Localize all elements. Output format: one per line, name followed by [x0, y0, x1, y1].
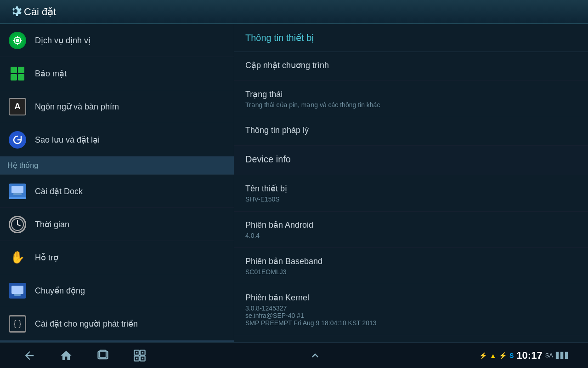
security-label: Bảo mật — [35, 69, 67, 79]
developer-label: Cài đặt cho người phát triển — [35, 319, 138, 329]
battery-icon: ⚡ — [499, 352, 507, 359]
svg-point-0 — [16, 39, 19, 42]
field-build-number: Số hiệu bản tạo — [234, 335, 588, 342]
language-label: Ngôn ngữ và bàn phím — [35, 102, 119, 112]
dock-label: Cài đặt Dock — [35, 186, 83, 196]
baseband-version-label: Phiên bản Baseband — [245, 256, 577, 266]
signal-icon: ▋▋▋ — [556, 352, 570, 359]
svg-rect-23 — [142, 351, 144, 353]
help-icon: ✋ — [7, 247, 28, 268]
motion-label: Chuyển động — [35, 286, 85, 296]
device-name-label: Tên thiết bị — [245, 184, 577, 194]
usb-icon: ⚡ — [479, 352, 487, 359]
location-icon — [7, 30, 28, 51]
time-label: Thời gian — [35, 219, 69, 230]
android-version-value: 4.0.4 — [245, 232, 577, 239]
settings-gear-icon — [7, 3, 24, 21]
device-info-section-header: Thông tin thiết bị — [234, 24, 588, 52]
help-label: Hỗ trợ — [35, 253, 58, 263]
svg-rect-16 — [14, 294, 21, 296]
sidebar-item-developer[interactable]: { } Cài đặt cho người phát triển — [0, 307, 234, 340]
svg-rect-22 — [136, 351, 138, 353]
baseband-version-value: SC01EOMLJ3 — [245, 268, 577, 276]
ampm-display: SA — [545, 352, 553, 359]
status-subtitle: Trạng thái của pin, mạng và các thông ti… — [245, 101, 577, 109]
time-display: 10:17 — [516, 350, 542, 362]
svg-rect-9 — [18, 74, 24, 80]
home-button[interactable] — [55, 345, 77, 367]
svg-rect-15 — [11, 286, 23, 294]
svg-rect-6 — [11, 67, 17, 73]
sidebar-item-deviceinfo[interactable]: i Thông tin thiết bị — [0, 340, 234, 342]
language-icon: A — [7, 97, 28, 117]
sidebar: Dịch vụ định vị Bảo mật A Ng — [0, 24, 234, 342]
sidebar-item-security[interactable]: Bảo mật — [0, 57, 234, 90]
top-bar: Cài đặt — [0, 0, 588, 24]
bottom-bar: ⚡ ▲ ⚡ S 10:17 SA ▋▋▋ — [0, 342, 588, 368]
motion-icon — [7, 281, 28, 301]
svg-rect-7 — [18, 67, 24, 73]
kernel-version-value: 3.0.8-1245327 se.infra@SEP-40 #1 SMP PRE… — [245, 305, 577, 327]
skype-icon: S — [509, 352, 514, 359]
warning-icon: ▲ — [490, 352, 496, 359]
device-info-label: Device info — [245, 154, 577, 165]
backup-label: Sao lưu và đặt lại — [35, 135, 100, 145]
chevron-up-button[interactable] — [304, 345, 326, 367]
dock-icon — [7, 181, 28, 201]
recents-button[interactable] — [92, 345, 114, 367]
field-kernel-version: Phiên bản Kernel 3.0.8-1245327 se.infra@… — [234, 284, 588, 335]
sidebar-item-motion[interactable]: Chuyển động — [0, 274, 234, 307]
sidebar-item-language[interactable]: A Ngôn ngữ và bàn phím — [0, 90, 234, 123]
time-icon — [7, 214, 28, 235]
sidebar-item-time[interactable]: Thời gian — [0, 208, 234, 241]
right-panel: Thông tin thiết bị Cập nhật chương trình… — [234, 24, 588, 342]
field-device-name: Tên thiết bị SHV-E150S — [234, 175, 588, 212]
main-content: Dịch vụ định vị Bảo mật A Ng — [0, 24, 588, 342]
device-info-subheader: Device info — [234, 146, 588, 175]
sidebar-item-dock[interactable]: Cài đặt Dock — [0, 175, 234, 208]
android-version-label: Phiên bản Android — [245, 220, 577, 230]
location-label: Dịch vụ định vị — [35, 35, 90, 46]
svg-rect-26 — [142, 357, 144, 359]
status-title: Trạng thái — [245, 89, 577, 99]
qr-button[interactable] — [129, 345, 151, 367]
security-icon — [7, 63, 28, 84]
field-android-version: Phiên bản Android 4.0.4 — [234, 212, 588, 248]
legal-title: Thông tin pháp lý — [245, 126, 577, 135]
right-item-legal[interactable]: Thông tin pháp lý — [234, 117, 588, 146]
svg-rect-11 — [13, 193, 22, 195]
status-bar-right: ⚡ ▲ ⚡ S 10:17 SA ▋▋▋ — [479, 350, 570, 362]
svg-line-14 — [17, 224, 20, 226]
developer-icon: { } — [7, 314, 28, 334]
back-button[interactable] — [18, 345, 40, 367]
field-baseband-version: Phiên bản Baseband SC01EOMLJ3 — [234, 248, 588, 284]
svg-rect-10 — [11, 186, 23, 193]
sidebar-item-backup[interactable]: Sao lưu và đặt lại — [0, 123, 234, 156]
right-item-status[interactable]: Trạng thái Trạng thái của pin, mạng và c… — [234, 81, 588, 117]
sidebar-item-location[interactable]: Dịch vụ định vị — [0, 24, 234, 57]
backup-icon — [7, 130, 28, 150]
app-title: Cài đặt — [24, 6, 56, 18]
section-he-thong: Hệ thống — [0, 156, 234, 175]
right-item-update[interactable]: Cập nhật chương trình — [234, 52, 588, 81]
update-title: Cập nhật chương trình — [245, 60, 577, 70]
svg-rect-8 — [11, 74, 17, 80]
device-name-value: SHV-E150S — [245, 196, 577, 203]
svg-rect-24 — [136, 357, 138, 359]
kernel-version-label: Phiên bản Kernel — [245, 293, 577, 303]
sidebar-item-help[interactable]: ✋ Hỗ trợ — [0, 241, 234, 274]
